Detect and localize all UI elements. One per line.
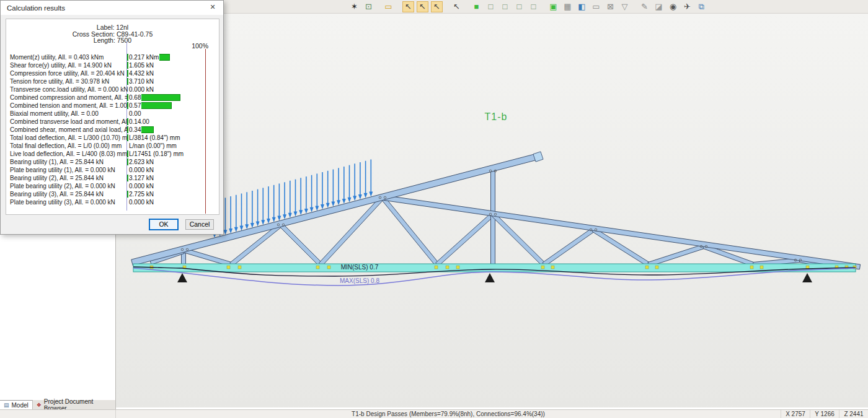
tab-model[interactable]: ▤Model <box>0 400 33 409</box>
result-row-value: 0.34 <box>128 126 141 133</box>
result-row: Compression force utility, All. = 20.404… <box>6 69 219 77</box>
result-row-value: 0.000 kN <box>128 199 154 206</box>
result-row-label: Shear force(y) utility, All. = 14.900 kN <box>10 62 112 69</box>
result-row: Moment(z) utility, All. = 0.403 kNm0.217… <box>6 53 219 61</box>
min-sls-deflection-label: MIN(SLS) 0.7 <box>316 264 403 271</box>
result-row-value: L/nan (0.00") mm <box>128 142 177 149</box>
result-row: Shear force(y) utility, All. = 14.900 kN… <box>6 61 219 69</box>
result-row-value: 0.217 kNm <box>128 54 159 61</box>
pin-icon[interactable]: ✶ <box>348 1 360 12</box>
main-toolbar: ✶⊡▭↖↖↖↖■□□□□▣▦◧▭⊠▽✎◪◉✈⧉ <box>116 0 868 14</box>
result-row-label: Tension force utility, All. = 30.978 kN <box>10 78 109 85</box>
wire-cube-front-icon[interactable]: □ <box>499 1 511 12</box>
clip-box-icon[interactable]: ⊠ <box>604 1 616 12</box>
bottom-tab-bar: ▤Model❖Project Document Browser <box>0 400 116 409</box>
wire-cube-side-icon[interactable]: □ <box>513 1 525 12</box>
result-row-label: Combined tension and moment, All. = 1.00 <box>10 102 127 109</box>
select-path-icon[interactable]: ⊡ <box>363 1 374 12</box>
result-row: Combined tension and moment, All. = 1.00… <box>6 102 219 110</box>
tab-label: Model <box>12 402 29 409</box>
model-tab-icon: ▤ <box>4 402 9 408</box>
cancel-button[interactable]: Cancel <box>185 219 214 230</box>
result-row: Plate bearing utility (3), All. = 0.000 … <box>6 198 219 206</box>
result-row-label: Combined compression and moment, All. = … <box>10 94 142 101</box>
model-canvas[interactable] <box>116 14 868 407</box>
airplane-icon[interactable]: ✈ <box>681 1 693 12</box>
select-node-icon[interactable]: ↖ <box>402 1 414 12</box>
result-row-label: Biaxial moment utility, All. = 0.00 <box>10 110 99 117</box>
window-link-icon[interactable]: ⧉ <box>696 1 707 12</box>
close-icon[interactable]: ✕ <box>207 3 218 13</box>
wire-cube-iso-icon[interactable]: □ <box>528 1 539 12</box>
results-rows: Moment(z) utility, All. = 0.403 kNm0.217… <box>6 53 219 206</box>
select-plane-icon[interactable]: ↖ <box>431 1 443 12</box>
plate-view-icon[interactable]: ▭ <box>590 1 602 12</box>
result-row-value: 2.623 kN <box>128 159 154 165</box>
result-row-value: L/3814 (0.84") mm <box>128 134 180 141</box>
result-row-label: Plate bearing utility (3), All. = 0.000 … <box>10 199 115 206</box>
tab-project-document-browser[interactable]: ❖Project Document Browser <box>33 400 116 409</box>
result-row-label: Transverse conc.load utility, All. = 0.0… <box>10 86 128 93</box>
coord-z: Z 2441 <box>839 410 868 418</box>
filter-icon[interactable]: ▽ <box>619 1 631 12</box>
result-row-value: 3.710 kN <box>128 78 154 85</box>
application-window: ✶⊡▭↖↖↖↖■□□□□▣▦◧▭⊠▽✎◪◉✈⧉ T1-b MIN(SLS) 0.… <box>0 0 868 418</box>
calculation-results-dialog: Calculation results ✕ Label: 12nl Cross … <box>0 0 224 235</box>
select-member-icon[interactable]: ↖ <box>417 1 428 12</box>
result-row-label: Bearing utility (1), All. = 25.844 kN <box>10 159 104 165</box>
coord-y: Y 1266 <box>810 410 839 418</box>
result-row-value: 0.68 <box>128 94 141 101</box>
result-row: Combined compression and moment, All. = … <box>6 94 219 102</box>
grid-table-icon[interactable]: ▦ <box>562 1 574 12</box>
result-row-label: Total final deflection, All. = L/0 (0.00… <box>10 142 122 149</box>
result-row: Combined transverse load and moment, All… <box>6 118 219 126</box>
design-status-message: T1-b Design Passes (Members=79.9%(8nh), … <box>116 411 781 417</box>
cursor-coordinates: X 2757Y 1266Z 2441 <box>781 410 868 418</box>
result-row-label: Plate bearing utility (2), All. = 0.000 … <box>10 183 115 189</box>
max-sls-deflection-label: MAX(SLS) 0.8 <box>316 277 403 284</box>
result-row: Total load deflection, All. = L/300 (10.… <box>6 134 219 142</box>
eye-icon[interactable]: ◉ <box>667 1 679 12</box>
measure-icon[interactable]: ▭ <box>383 1 394 12</box>
results-panel: Label: 12nl Cross Section: C89-41-0.75 L… <box>6 19 219 215</box>
dialog-title: Calculation results <box>7 4 207 12</box>
result-row-value: 4.432 kN <box>128 70 154 77</box>
truss-label: T1-b <box>466 111 526 123</box>
result-row: Biaxial moment utility, All. = 0.000.00 <box>6 110 219 118</box>
result-row-value: L/17451 (0.18") mm <box>128 150 184 157</box>
result-row: Transverse conc.load utility, All. = 0.0… <box>6 85 219 94</box>
status-left-spacer <box>0 410 116 418</box>
wire-cube-top-icon[interactable]: □ <box>485 1 497 12</box>
result-row: Bearing utility (2), All. = 25.844 kN3.1… <box>6 174 219 182</box>
ok-button[interactable]: OK <box>149 219 178 230</box>
result-row-label: Moment(z) utility, All. = 0.403 kNm <box>10 54 104 61</box>
result-row-value: 0.57 <box>128 102 141 109</box>
result-row-value: 0.000 kN <box>128 183 154 189</box>
result-row-value: 0.000 kN <box>128 167 154 173</box>
result-row: Plate bearing utility (1), All. = 0.000 … <box>6 166 219 174</box>
dialog-buttons: OK Cancel <box>1 219 219 230</box>
result-row: Tension force utility, All. = 30.978 kN3… <box>6 77 219 85</box>
result-row: Total final deflection, All. = L/0 (0.00… <box>6 142 219 150</box>
result-row-label: Plate bearing utility (1), All. = 0.000 … <box>10 167 115 173</box>
select-component-icon[interactable]: ↖ <box>451 1 463 12</box>
result-row-label: Compression force utility, All. = 20.404… <box>10 70 125 77</box>
result-row-value: 0.14 <box>128 118 141 125</box>
marker-pen-icon[interactable]: ✎ <box>639 1 650 12</box>
result-row-label: Bearing utility (3), All. = 25.844 kN <box>10 191 104 198</box>
coord-x: X 2757 <box>781 410 810 418</box>
member-header: Label: 12nl Cross Section: C89-41-0.75 L… <box>6 24 219 44</box>
result-row: Plate bearing utility (2), All. = 0.000 … <box>6 182 219 190</box>
solid-cube-icon[interactable]: ■ <box>471 1 482 12</box>
status-bar: T1-b Design Passes (Members=79.9%(8nh), … <box>0 409 868 418</box>
axis-100-label: 100% <box>182 42 208 50</box>
dialog-titlebar[interactable]: Calculation results ✕ <box>1 1 223 15</box>
result-row-value: 0.00 <box>128 110 141 117</box>
result-row: Live load deflection, All. = L/400 (8.03… <box>6 150 219 158</box>
solid-view-icon[interactable]: ◧ <box>576 1 588 12</box>
eraser-icon[interactable]: ◪ <box>653 1 665 12</box>
export-model-icon[interactable]: ▣ <box>547 1 559 12</box>
result-row-value: 3.127 kN <box>128 175 154 181</box>
member-label: Label: 12nl <box>6 24 219 31</box>
result-row-label: Live load deflection, All. = L/400 (8.03… <box>10 150 127 157</box>
